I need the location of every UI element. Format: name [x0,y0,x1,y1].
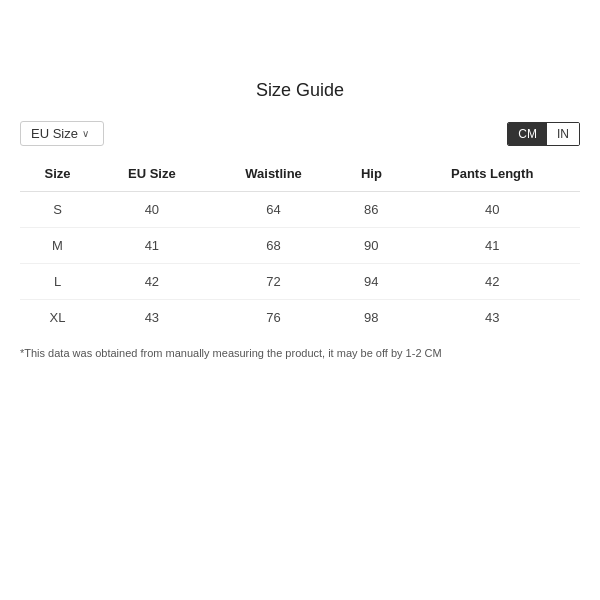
table-row: M 41 68 90 41 [20,228,580,264]
page-wrapper: Size Guide EU Size ∨ CM IN Size EU Size … [0,0,600,600]
col-header-waistline: Waistline [209,156,339,192]
header-row: Size EU Size Waistline Hip Pants Length [20,156,580,192]
unit-toggle: CM IN [507,122,580,146]
cell-eu: 41 [95,228,209,264]
size-table: Size EU Size Waistline Hip Pants Length … [20,156,580,335]
col-header-size: Size [20,156,95,192]
cell-eu: 43 [95,300,209,336]
footnote: *This data was obtained from manually me… [20,347,580,359]
cell-size: XL [20,300,95,336]
cell-hip: 90 [338,228,404,264]
cell-waistline: 68 [209,228,339,264]
table-row: XL 43 76 98 43 [20,300,580,336]
col-header-hip: Hip [338,156,404,192]
cell-pants-length: 42 [404,264,580,300]
cell-size: L [20,264,95,300]
size-dropdown[interactable]: EU Size ∨ [20,121,104,146]
cell-hip: 86 [338,192,404,228]
cell-waistline: 64 [209,192,339,228]
table-body: S 40 64 86 40 M 41 68 90 41 L 42 72 94 4… [20,192,580,336]
cell-pants-length: 41 [404,228,580,264]
cm-button[interactable]: CM [508,123,547,145]
chevron-down-icon: ∨ [82,128,89,139]
cell-waistline: 72 [209,264,339,300]
table-header: Size EU Size Waistline Hip Pants Length [20,156,580,192]
cell-eu: 42 [95,264,209,300]
col-header-eu-size: EU Size [95,156,209,192]
controls-row: EU Size ∨ CM IN [20,121,580,146]
cell-pants-length: 43 [404,300,580,336]
table-row: S 40 64 86 40 [20,192,580,228]
col-header-pants-length: Pants Length [404,156,580,192]
cell-hip: 98 [338,300,404,336]
cell-size: M [20,228,95,264]
cell-hip: 94 [338,264,404,300]
size-dropdown-label: EU Size [31,126,78,141]
table-row: L 42 72 94 42 [20,264,580,300]
cell-size: S [20,192,95,228]
cell-eu: 40 [95,192,209,228]
cell-waistline: 76 [209,300,339,336]
cell-pants-length: 40 [404,192,580,228]
in-button[interactable]: IN [547,123,579,145]
page-title: Size Guide [256,80,344,101]
